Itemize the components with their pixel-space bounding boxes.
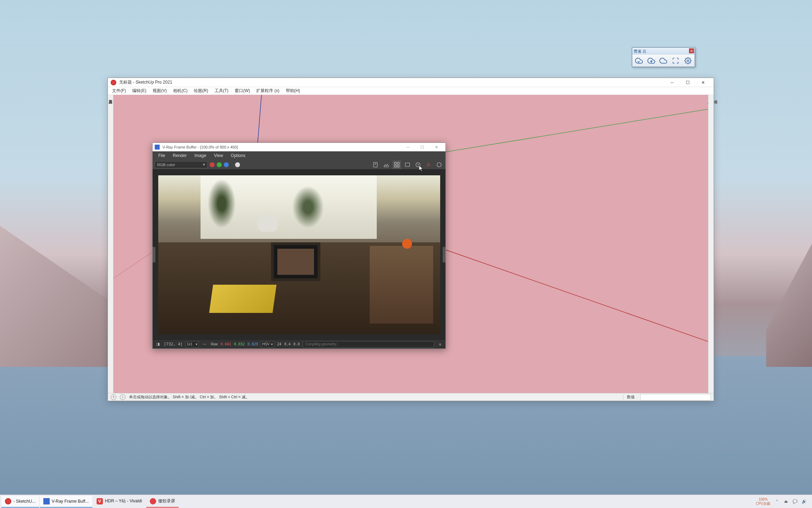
- taskbar-item-recorder[interactable]: 傲软录屏: [146, 496, 179, 508]
- panel-handle-right[interactable]: [443, 247, 445, 262]
- svg-point-0: [687, 60, 689, 62]
- hsv-h-value: 24: [277, 342, 281, 346]
- sketchup-title: 无标题 - SketchUp Pro 2021: [119, 79, 664, 85]
- tray-chevron-icon[interactable]: ⌃: [774, 499, 780, 504]
- color-g-value: 0.032: [234, 342, 245, 346]
- render-last-icon[interactable]: [424, 161, 433, 169]
- windows-taskbar: - SketchU... V-Ray Frame Buff... HDR – Y…: [0, 495, 812, 508]
- menu-view[interactable]: 视图(V): [150, 87, 170, 95]
- sketchup-menubar: 文件(F) 编辑(E) 视图(V) 相机(C) 绘图(R) 工具(T) 窗口(W…: [108, 87, 714, 95]
- green-channel-button[interactable]: [217, 162, 222, 167]
- sketchup-statusbar: ? i 单击或拖动以选择对象。 Shift = 加 /减。 Ctrl = 加。 …: [108, 393, 714, 401]
- taskbar-label: V-Ray Frame Buff...: [52, 499, 89, 504]
- vfb-menu-options[interactable]: Options: [227, 152, 249, 159]
- cpu-monitor[interactable]: 100% CPU负载: [756, 497, 770, 506]
- vfb-statusbar: ◨ [732, 4] 1x1▾ 〰 Raw 0.041 0.032 0.029 …: [153, 339, 445, 349]
- color-r-value: 0.041: [221, 342, 231, 346]
- panel-handle-left[interactable]: [153, 247, 155, 262]
- taskbar-label: - SketchU...: [13, 499, 36, 504]
- side-panel-right[interactable]: 任务说明: [708, 95, 714, 393]
- vfb-window: V-Ray Frame Buffer - [100.0% of 800 x 45…: [152, 143, 446, 349]
- save-image-icon[interactable]: [371, 161, 380, 169]
- color-b-value: 0.029: [247, 342, 258, 346]
- svg-rect-8: [394, 165, 396, 167]
- maximize-button[interactable]: ☐: [680, 78, 695, 87]
- vfb-titlebar[interactable]: V-Ray Frame Buffer - [100.0% of 800 x 45…: [153, 143, 445, 151]
- tray-volume-icon[interactable]: 🔊: [801, 499, 807, 504]
- vfb-menu-image[interactable]: Image: [191, 152, 210, 159]
- svg-rect-7: [398, 162, 399, 164]
- svg-rect-9: [398, 165, 399, 167]
- menu-file[interactable]: 文件(F): [109, 87, 129, 95]
- svg-rect-6: [394, 162, 396, 164]
- channel-dropdown[interactable]: RGB color▾: [155, 161, 208, 168]
- svg-rect-10: [405, 163, 410, 167]
- cloud-toolbar-title-text: 赞速 云: [634, 49, 646, 54]
- taskbar-item-sketchup[interactable]: - SketchU...: [1, 496, 39, 508]
- settings-gear-icon[interactable]: [683, 56, 693, 65]
- mono-channel-button[interactable]: [235, 162, 240, 167]
- menu-draw[interactable]: 绘图(R): [191, 87, 211, 95]
- render-image[interactable]: [158, 175, 440, 334]
- taskbar-item-vray[interactable]: V-Ray Frame Buff...: [40, 496, 92, 508]
- system-tray: 100% CPU负载 ⌃ ⏏ 💬 🔊: [752, 497, 811, 506]
- interactive-render-icon[interactable]: [435, 161, 443, 169]
- hsv-s-value: 0.4: [284, 342, 290, 346]
- vfb-menu-render[interactable]: Render: [169, 152, 190, 159]
- curve-icon[interactable]: 〰: [202, 341, 208, 347]
- cloud-toolbar-close-button[interactable]: ✕: [689, 48, 694, 53]
- status-info-icon[interactable]: i: [120, 394, 125, 400]
- tray-usb-icon[interactable]: ⏏: [783, 499, 789, 504]
- vfb-minimize-button[interactable]: ─: [401, 143, 415, 151]
- blue-channel-button[interactable]: [224, 162, 229, 167]
- cloud-up-icon[interactable]: [647, 56, 656, 65]
- tray-notification-icon[interactable]: 💬: [792, 499, 798, 504]
- menu-window[interactable]: 窗口(W): [232, 87, 253, 95]
- cloud-down-icon[interactable]: [659, 56, 668, 65]
- taskbar-item-vivaldi[interactable]: HDR – Y站 - Vivaldi: [93, 496, 146, 508]
- vfb-title: V-Ray Frame Buffer - [100.0% of 800 x 45…: [162, 145, 401, 149]
- vfb-menubar: File Render Image View Options: [153, 151, 445, 160]
- side-panel-left[interactable]: 测量工具: [108, 95, 113, 393]
- sketchup-titlebar[interactable]: 无标题 - SketchUp Pro 2021 ─ ☐ ✕: [108, 78, 714, 87]
- region-render-icon[interactable]: [393, 161, 401, 169]
- vfb-close-button[interactable]: ✕: [429, 143, 443, 151]
- vfb-viewport[interactable]: [153, 170, 445, 339]
- vfb-maximize-button[interactable]: ☐: [415, 143, 429, 151]
- vfb-menu-view[interactable]: View: [210, 152, 227, 159]
- recorder-taskbar-icon: [150, 498, 156, 504]
- cloud-toolbar-title[interactable]: 赞速 云 ✕: [632, 48, 695, 55]
- close-button[interactable]: ✕: [695, 78, 711, 87]
- menu-edit[interactable]: 编辑(E): [129, 87, 149, 95]
- fullscreen-icon[interactable]: [671, 56, 680, 65]
- menu-camera[interactable]: 相机(C): [170, 87, 190, 95]
- sketchup-app-icon: [111, 80, 116, 85]
- status-help-icon[interactable]: ?: [111, 394, 116, 400]
- cloud-sync-icon[interactable]: [634, 56, 644, 65]
- pixel-coords: [732, 4]: [164, 342, 183, 346]
- menu-tools[interactable]: 工具(T): [212, 87, 231, 95]
- hsv-v-value: 0.0: [293, 342, 300, 346]
- color-mode-label: Raw: [211, 342, 218, 346]
- svg-marker-12: [427, 163, 430, 166]
- pixel-info-icon[interactable]: ◨: [155, 341, 161, 347]
- taskbar-label: HDR – Y站 - Vivaldi: [105, 498, 142, 504]
- track-mouse-icon[interactable]: [403, 161, 412, 169]
- menu-extensions[interactable]: 扩展程序 (x): [253, 87, 282, 95]
- vfb-menu-file[interactable]: File: [155, 152, 168, 159]
- menu-help[interactable]: 帮助(H): [283, 87, 303, 95]
- minimize-button[interactable]: ─: [664, 78, 680, 87]
- cloud-toolbar-window[interactable]: 赞速 云 ✕: [632, 47, 695, 67]
- sample-size-dropdown[interactable]: 1x1▾: [185, 341, 199, 347]
- vivaldi-taskbar-icon: [97, 498, 103, 504]
- taskbar-label: 傲软录屏: [158, 498, 175, 504]
- expand-log-icon[interactable]: ≡: [437, 341, 443, 347]
- render-progress-text: Compiling geometry...: [303, 341, 435, 347]
- color-space-dropdown[interactable]: HSV▾: [261, 341, 274, 347]
- red-channel-button[interactable]: [210, 162, 215, 167]
- measurement-input[interactable]: [640, 394, 711, 400]
- render-button-icon[interactable]: [414, 161, 422, 169]
- load-image-icon[interactable]: [382, 161, 390, 169]
- vfb-toolbar: RGB color▾: [153, 160, 445, 170]
- svg-point-13: [437, 163, 441, 167]
